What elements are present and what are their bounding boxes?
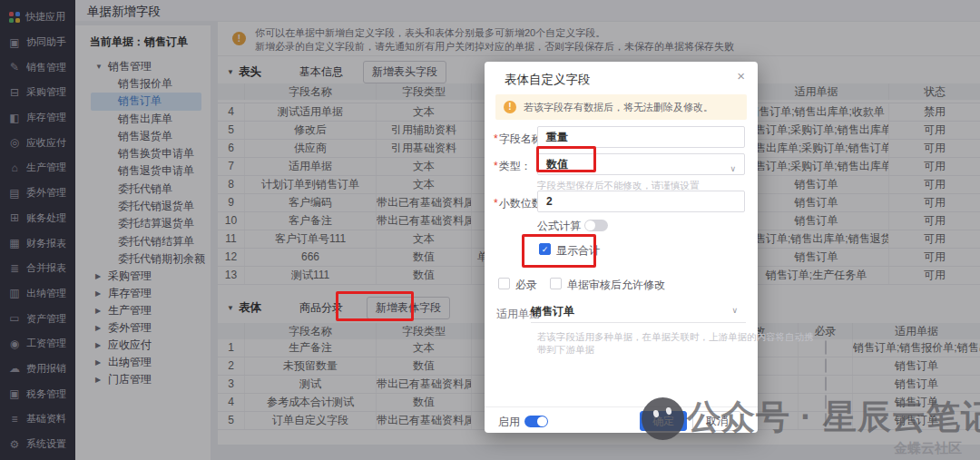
apply-docs-hint-2: 带到下游单据 [537, 343, 594, 356]
custom-field-dialog: 表体自定义字段 × ! 若该字段存有数据后，将无法删除及修改。 *字段名称： 重… [485, 62, 758, 433]
dialog-warning-text: 若该字段存有数据后，将无法删除及修改。 [524, 101, 713, 114]
dialog-title: 表体自定义字段 [505, 72, 591, 88]
editable-after-audit-label: 单据审核后允许修改 [567, 278, 665, 293]
chevron-down-icon: ∨ [730, 159, 736, 179]
enable-toggle[interactable] [524, 416, 548, 427]
formula-calc-toggle[interactable] [584, 220, 608, 231]
editable-after-audit-checkbox[interactable] [550, 278, 562, 289]
required-checkbox[interactable] [498, 278, 510, 289]
field-name-input[interactable]: 重量 [537, 126, 745, 148]
dialog-warning-banner: ! 若该字段存有数据后，将无法删除及修改。 [495, 94, 747, 120]
field-type-hint: 字段类型保存后不能修改，请谨慎设置 [537, 179, 700, 191]
enable-label: 启用 [498, 415, 520, 430]
field-type-select[interactable]: 数值∨ [537, 153, 745, 175]
apply-docs-value: 销售订单 [531, 305, 574, 318]
show-total-label: 显示合计 [556, 243, 600, 259]
decimal-places-input[interactable]: 2 [537, 191, 745, 212]
apply-docs-select[interactable]: 销售订单 ∨ [531, 302, 746, 323]
field-type-label: *类型： [494, 159, 532, 174]
show-total-checkbox[interactable]: ✓ [539, 243, 551, 255]
close-icon[interactable]: × [737, 68, 745, 83]
wechat-account-watermark: 公众号 · 星辰云笔记 [687, 395, 980, 440]
required-label: 必录 [515, 278, 537, 293]
chevron-down-icon: ∨ [731, 306, 738, 315]
apply-docs-hint-1: 若该字段适用多种单据，在单据关联时，上游单据的内容将自动携 [537, 330, 814, 343]
warning-icon: ! [504, 101, 516, 113]
community-watermark: 金蝶云社区 [894, 440, 962, 457]
formula-calc-label: 公式计算 [537, 219, 581, 234]
wechat-logo-watermark [642, 397, 684, 440]
